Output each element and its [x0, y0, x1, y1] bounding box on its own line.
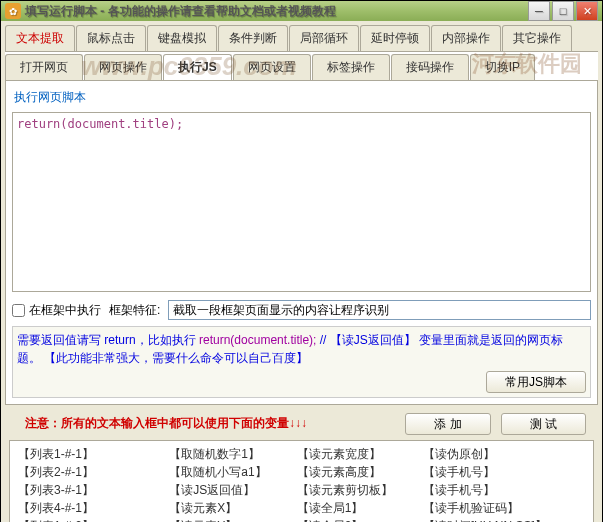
- var-item: 【读全局2】: [297, 517, 393, 522]
- var-item: 【列表1-#-0】: [18, 517, 139, 522]
- var-col-2: 【取随机数字1】 【取随机小写a1】 【读JS返回值】 【读元素X】 【读元素Y…: [169, 445, 266, 522]
- subtab-page-settings[interactable]: 网页设置: [233, 54, 311, 80]
- action-row: 注意：所有的文本输入框中都可以使用下面的变量↓↓↓ 添 加 测 试: [9, 407, 594, 440]
- var-item: 【取随机数字1】: [169, 445, 266, 463]
- tab-keyboard[interactable]: 键盘模拟: [147, 25, 217, 51]
- frame-checkbox-label[interactable]: 在框架中执行: [12, 302, 101, 319]
- var-item: 【读JS返回值】: [169, 481, 266, 499]
- var-item: 【列表1-#-1】: [18, 445, 139, 463]
- app-window: ✿ 填写运行脚本 - 各功能的操作请查看帮助文档或者视频教程 ─ □ ✕ www…: [0, 0, 603, 522]
- var-item: 【读手机号】: [423, 481, 547, 499]
- tab-internal[interactable]: 内部操作: [431, 25, 501, 51]
- test-button[interactable]: 测 试: [501, 413, 586, 435]
- app-icon: ✿: [5, 3, 21, 19]
- frame-feature-label: 框架特征:: [109, 302, 160, 319]
- frame-checkbox[interactable]: [12, 304, 25, 317]
- frame-checkbox-text: 在框架中执行: [29, 302, 101, 319]
- js-panel: 执行网页脚本 在框架中执行 框架特征: 需要返回值请写 return，比如执行 …: [5, 80, 598, 405]
- action-buttons: 添 加 测 试: [405, 413, 586, 435]
- hint-text3: 【此功能非常强大，需要什么命令可以自己百度】: [44, 351, 308, 365]
- hint-text1: 需要返回值请写 return，比如执行: [17, 333, 199, 347]
- window-title: 填写运行脚本 - 各功能的操作请查看帮助文档或者视频教程: [25, 3, 528, 20]
- sub-tabs: 打开网页 网页操作 执行JS 网页设置 标签操作 接码操作 切换IP: [5, 51, 598, 80]
- var-item: 【读元素高度】: [297, 463, 393, 481]
- hint-box: 需要返回值请写 return，比如执行 return(document.titl…: [12, 326, 591, 398]
- subtab-code-ops[interactable]: 接码操作: [391, 54, 469, 80]
- tab-other[interactable]: 其它操作: [502, 25, 572, 51]
- var-col-4: 【读伪原创】 【读手机号】 【读手机号】 【读手机验证码】 【读时间[HH:NN…: [423, 445, 547, 522]
- maximize-button[interactable]: □: [552, 1, 574, 21]
- frame-feature-input[interactable]: [168, 300, 591, 320]
- var-item: 【读元素Y】: [169, 517, 266, 522]
- var-item: 【列表4-#-1】: [18, 499, 139, 517]
- add-button[interactable]: 添 加: [405, 413, 490, 435]
- tab-mouse-click[interactable]: 鼠标点击: [76, 25, 146, 51]
- tab-text-extract[interactable]: 文本提取: [5, 25, 75, 51]
- var-item: 【读伪原创】: [423, 445, 547, 463]
- subtab-tag-ops[interactable]: 标签操作: [312, 54, 390, 80]
- subtab-switch-ip[interactable]: 切换IP: [470, 54, 535, 80]
- var-item: 【读手机验证码】: [423, 499, 547, 517]
- close-button[interactable]: ✕: [576, 1, 598, 21]
- subtab-open-page[interactable]: 打开网页: [5, 54, 83, 80]
- js-code-input[interactable]: [12, 112, 591, 292]
- var-col-3: 【读元素宽度】 【读元素高度】 【读元素剪切板】 【读全局1】 【读全局2】: [297, 445, 393, 522]
- var-col-1: 【列表1-#-1】 【列表2-#-1】 【列表3-#-1】 【列表4-#-1】 …: [18, 445, 139, 522]
- hint-button-row: 常用JS脚本: [17, 371, 586, 393]
- var-item: 【读元素X】: [169, 499, 266, 517]
- var-item: 【读手机号】: [423, 463, 547, 481]
- var-item: 【读元素剪切板】: [297, 481, 393, 499]
- main-tabs: 文本提取 鼠标点击 键盘模拟 条件判断 局部循环 延时停顿 内部操作 其它操作: [5, 25, 598, 51]
- subtab-page-ops[interactable]: 网页操作: [84, 54, 162, 80]
- frame-options-row: 在框架中执行 框架特征:: [12, 300, 591, 320]
- minimize-button[interactable]: ─: [528, 1, 550, 21]
- var-item: 【读元素宽度】: [297, 445, 393, 463]
- var-item: 【读全局1】: [297, 499, 393, 517]
- var-item: 【列表2-#-1】: [18, 463, 139, 481]
- hint-code: return(document.title);: [199, 333, 316, 347]
- notice-text: 注意：所有的文本输入框中都可以使用下面的变量↓↓↓: [17, 409, 315, 438]
- content-area: www.pc0359.com 河东软件园 文本提取 鼠标点击 键盘模拟 条件判断…: [1, 21, 602, 522]
- titlebar: ✿ 填写运行脚本 - 各功能的操作请查看帮助文档或者视频教程 ─ □ ✕: [1, 1, 602, 21]
- tab-delay[interactable]: 延时停顿: [360, 25, 430, 51]
- hint-line1: 需要返回值请写 return，比如执行 return(document.titl…: [17, 331, 586, 367]
- subtab-exec-js[interactable]: 执行JS: [163, 54, 232, 80]
- tab-condition[interactable]: 条件判断: [218, 25, 288, 51]
- panel-title: 执行网页脚本: [12, 87, 591, 108]
- bottom-area: 注意：所有的文本输入框中都可以使用下面的变量↓↓↓ 添 加 测 试 【列表1-#…: [5, 405, 598, 522]
- var-item: 【读时间[HH:NN:SS]】: [423, 517, 547, 522]
- var-item: 【取随机小写a1】: [169, 463, 266, 481]
- variables-panel: 【列表1-#-1】 【列表2-#-1】 【列表3-#-1】 【列表4-#-1】 …: [9, 440, 594, 522]
- window-buttons: ─ □ ✕: [528, 1, 598, 21]
- tab-loop[interactable]: 局部循环: [289, 25, 359, 51]
- var-item: 【列表3-#-1】: [18, 481, 139, 499]
- common-js-button[interactable]: 常用JS脚本: [486, 371, 586, 393]
